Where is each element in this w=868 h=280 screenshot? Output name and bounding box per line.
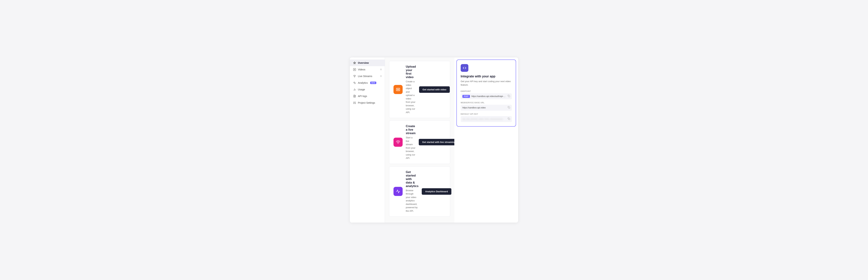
api-key-field-row: api_key_blurred_value_here_xxxxxxxxxxxx	[461, 116, 512, 122]
analytics-dashboard-button[interactable]: Analytics Dashboard	[422, 188, 452, 195]
code-icon	[463, 66, 466, 70]
svg-marker-1	[354, 69, 355, 70]
sidebar-item-project-settings[interactable]: Project Settings	[350, 100, 385, 106]
card-analytics: Get started with data & analytics Browse…	[389, 166, 450, 217]
endpoint-field-row: POST https://sandbox.api.video/auth/api-…	[461, 93, 512, 99]
sparkles-icon	[353, 61, 356, 64]
card-icon-video	[394, 85, 403, 94]
svg-point-18	[398, 143, 398, 144]
endpoint-value: https://sandbox.api.video/auth/api-key	[471, 95, 506, 98]
get-started-video-button[interactable]: Get started with video	[419, 86, 450, 93]
card-title-live-stream: Create a live stream	[406, 125, 415, 135]
card-text-live-stream: Create a live stream Start a live stream…	[406, 125, 415, 160]
card-desc-live-stream: Start a live stream from your browser, u…	[406, 136, 415, 160]
sidebar-label-api-logs: API logs	[358, 95, 367, 98]
webservice-value: https://sandbox.api.video	[462, 106, 506, 109]
play-square-icon	[353, 68, 356, 71]
svg-rect-21	[508, 118, 510, 120]
card-upload-video: Upload your first video Create a video o…	[389, 61, 450, 118]
sidebar: Overview Videos 0 Live	[350, 58, 385, 222]
sliders-icon	[353, 101, 356, 104]
card-text-analytics: Get started with data & analytics Browse…	[406, 170, 418, 213]
api-key-label: DEFAULT API KEY	[461, 113, 512, 115]
sidebar-item-live-streams[interactable]: Live Streams 0	[350, 73, 385, 79]
activity-icon	[353, 81, 356, 84]
svg-rect-0	[353, 68, 355, 71]
card-title-upload-video: Upload your first video	[406, 65, 416, 79]
sidebar-label-analytics: Analytics	[358, 81, 368, 84]
wifi-icon	[353, 75, 356, 78]
card-desc-analytics: Browse through your video analytics dash…	[406, 189, 418, 213]
sidebar-item-videos[interactable]: Videos 0	[350, 66, 385, 73]
sidebar-item-analytics[interactable]: Analytics NEW	[350, 79, 385, 86]
sidebar-label-videos: Videos	[358, 68, 366, 71]
card-text-upload-video: Upload your first video Create a video o…	[406, 65, 416, 114]
webservice-field-row: https://sandbox.api.video	[461, 105, 512, 111]
analytics-badge: NEW	[370, 81, 376, 84]
live-streams-count: 0	[380, 75, 381, 77]
card-live-stream: Create a live stream Start a live stream…	[389, 120, 450, 164]
post-badge: POST	[462, 95, 470, 98]
panel-title: Integrate with your app	[461, 75, 512, 78]
card-icon-analytics	[394, 187, 403, 196]
card-icon-live-stream	[394, 138, 403, 147]
sidebar-item-api-logs[interactable]: API logs	[350, 93, 385, 100]
right-panel: Integrate with your app Get your API key…	[457, 60, 516, 127]
file-text-icon	[353, 95, 356, 98]
copy-webservice-icon[interactable]	[508, 106, 510, 109]
copy-endpoint-icon[interactable]	[508, 95, 510, 98]
sidebar-label-usage: Usage	[358, 88, 365, 91]
sidebar-item-usage[interactable]: Usage	[350, 86, 385, 93]
sidebar-label-overview: Overview	[358, 62, 369, 64]
panel-description: Get your API key and start coding your n…	[461, 80, 512, 86]
sidebar-item-overview[interactable]: Overview	[350, 60, 385, 66]
code-icon-container	[461, 64, 468, 72]
api-key-value: api_key_blurred_value_here_xxxxxxxxxxxx	[462, 118, 506, 120]
svg-rect-20	[508, 107, 510, 108]
app-container: Overview Videos 0 Live	[350, 58, 518, 222]
endpoint-label: ENDPOINT	[461, 90, 512, 92]
card-title-analytics: Get started with data & analytics	[406, 170, 418, 188]
card-desc-upload-video: Create a video object and upload a video…	[406, 80, 416, 114]
sidebar-label-live-streams: Live Streams	[358, 75, 372, 78]
copy-api-key-icon[interactable]	[508, 117, 510, 121]
get-started-live-streaming-button[interactable]: Get started with live streaming	[419, 139, 454, 145]
svg-rect-19	[508, 96, 510, 97]
videos-count: 0	[380, 68, 381, 71]
webservice-label: WEBSERVICE BASE URL	[461, 102, 512, 104]
sidebar-label-project-settings: Project Settings	[358, 101, 375, 104]
bar-chart-icon	[353, 88, 356, 91]
main-content: Upload your first video Create a video o…	[385, 58, 454, 222]
